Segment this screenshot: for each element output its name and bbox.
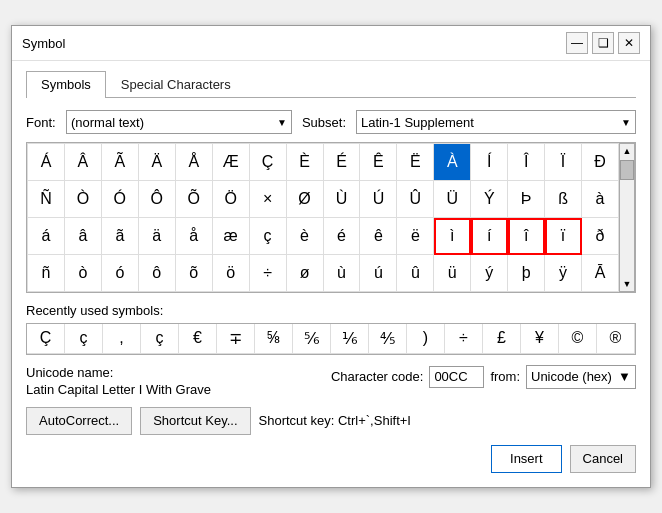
symbol-cell[interactable]: ã bbox=[102, 218, 139, 255]
close-button[interactable]: ✕ bbox=[618, 32, 640, 54]
symbol-cell[interactable]: ï bbox=[545, 218, 582, 255]
font-select[interactable]: (normal text) ▼ bbox=[66, 110, 292, 134]
symbol-cell[interactable]: ö bbox=[213, 255, 250, 292]
symbol-cell[interactable]: ä bbox=[139, 218, 176, 255]
symbol-cell[interactable]: å bbox=[176, 218, 213, 255]
symbol-cell[interactable]: ù bbox=[324, 255, 361, 292]
symbol-cell[interactable]: Î bbox=[508, 144, 545, 181]
from-label: from: bbox=[490, 369, 520, 384]
symbol-cell[interactable]: Â bbox=[65, 144, 102, 181]
symbol-cell[interactable]: õ bbox=[176, 255, 213, 292]
symbol-cell[interactable]: Ð bbox=[582, 144, 619, 181]
restore-button[interactable]: ❑ bbox=[592, 32, 614, 54]
minimize-button[interactable]: — bbox=[566, 32, 588, 54]
symbol-cell[interactable]: Ñ bbox=[28, 181, 65, 218]
symbol-cell[interactable]: Ø bbox=[287, 181, 324, 218]
symbol-cell[interactable]: Ö bbox=[213, 181, 250, 218]
symbol-cell[interactable]: ð bbox=[582, 218, 619, 255]
symbol-cell[interactable]: á bbox=[28, 218, 65, 255]
symbol-cell[interactable]: ê bbox=[360, 218, 397, 255]
symbol-cell[interactable]: Ý bbox=[471, 181, 508, 218]
symbol-cell[interactable]: Û bbox=[397, 181, 434, 218]
symbol-cell[interactable]: ÷ bbox=[250, 255, 287, 292]
recent-cell[interactable]: ¥ bbox=[521, 324, 559, 354]
symbol-cell[interactable]: Ó bbox=[102, 181, 139, 218]
symbol-cell[interactable]: È bbox=[287, 144, 324, 181]
tab-bar: Symbols Special Characters bbox=[26, 71, 636, 98]
symbol-cell[interactable]: Ï bbox=[545, 144, 582, 181]
autocorrect-button[interactable]: AutoCorrect... bbox=[26, 407, 132, 435]
recent-cell[interactable]: ® bbox=[597, 324, 635, 354]
symbol-cell[interactable]: Ú bbox=[360, 181, 397, 218]
symbol-cell[interactable]: é bbox=[324, 218, 361, 255]
symbol-cell[interactable]: Ā bbox=[582, 255, 619, 292]
symbol-cell[interactable]: Ù bbox=[324, 181, 361, 218]
symbol-cell[interactable]: ò bbox=[65, 255, 102, 292]
symbol-cell[interactable]: â bbox=[65, 218, 102, 255]
subset-select[interactable]: Latin-1 Supplement ▼ bbox=[356, 110, 636, 134]
symbol-cell[interactable]: Ò bbox=[65, 181, 102, 218]
symbol-cell[interactable]: è bbox=[287, 218, 324, 255]
recent-cell[interactable]: ⅙ bbox=[331, 324, 369, 354]
recent-cell[interactable]: ç bbox=[141, 324, 179, 354]
symbol-cell[interactable]: ÿ bbox=[545, 255, 582, 292]
recent-cell[interactable]: ⅘ bbox=[369, 324, 407, 354]
recent-cell[interactable]: © bbox=[559, 324, 597, 354]
scroll-down-button[interactable]: ▼ bbox=[621, 277, 634, 291]
symbol-cell[interactable]: à bbox=[582, 181, 619, 218]
font-value: (normal text) bbox=[71, 115, 144, 130]
symbol-cell[interactable]: Þ bbox=[508, 181, 545, 218]
insert-button[interactable]: Insert bbox=[491, 445, 562, 473]
symbol-cell[interactable]: ñ bbox=[28, 255, 65, 292]
symbol-cell[interactable]: ó bbox=[102, 255, 139, 292]
shortcut-key-button[interactable]: Shortcut Key... bbox=[140, 407, 250, 435]
recent-cell[interactable]: £ bbox=[483, 324, 521, 354]
symbol-cell[interactable]: Í bbox=[471, 144, 508, 181]
symbol-cell[interactable]: æ bbox=[213, 218, 250, 255]
symbol-cell[interactable]: Ë bbox=[397, 144, 434, 181]
symbol-cell[interactable]: Ã bbox=[102, 144, 139, 181]
scrollbar-thumb[interactable] bbox=[620, 160, 634, 180]
cancel-button[interactable]: Cancel bbox=[570, 445, 636, 473]
symbol-cell[interactable]: Á bbox=[28, 144, 65, 181]
recent-cell[interactable]: ç bbox=[65, 324, 103, 354]
symbol-cell[interactable]: Å bbox=[176, 144, 213, 181]
scroll-up-button[interactable]: ▲ bbox=[621, 144, 634, 158]
symbol-cell[interactable]: Æ bbox=[213, 144, 250, 181]
symbol-cell[interactable]: Ü bbox=[434, 181, 471, 218]
symbol-cell[interactable]: É bbox=[324, 144, 361, 181]
recent-cell[interactable]: ∓ bbox=[217, 324, 255, 354]
symbol-cell[interactable]: û bbox=[397, 255, 434, 292]
symbol-cell[interactable]: ø bbox=[287, 255, 324, 292]
symbol-cell[interactable]: ß bbox=[545, 181, 582, 218]
recent-cell[interactable]: Ç bbox=[27, 324, 65, 354]
recent-cell[interactable]: ) bbox=[407, 324, 445, 354]
symbol-cell[interactable]: ý bbox=[471, 255, 508, 292]
recent-cell[interactable]: ÷ bbox=[445, 324, 483, 354]
symbol-cell[interactable]: ç bbox=[250, 218, 287, 255]
recent-cell[interactable]: € bbox=[179, 324, 217, 354]
tab-symbols[interactable]: Symbols bbox=[26, 71, 106, 98]
symbol-cell[interactable]: ü bbox=[434, 255, 471, 292]
recent-cell[interactable]: ⅚ bbox=[293, 324, 331, 354]
symbol-cell[interactable]: ú bbox=[360, 255, 397, 292]
symbol-cell[interactable]: î bbox=[508, 218, 545, 255]
tab-special-characters[interactable]: Special Characters bbox=[106, 71, 246, 98]
recent-cell[interactable]: , bbox=[103, 324, 141, 354]
symbol-cell[interactable]: ô bbox=[139, 255, 176, 292]
symbol-cell[interactable]: À bbox=[434, 144, 471, 181]
symbol-cell[interactable]: ì bbox=[434, 218, 471, 255]
symbol-cell[interactable]: í bbox=[471, 218, 508, 255]
symbol-cell[interactable]: Ô bbox=[139, 181, 176, 218]
char-code-input[interactable] bbox=[429, 366, 484, 388]
from-select[interactable]: Unicode (hex) ▼ bbox=[526, 365, 636, 389]
recent-cell[interactable]: ⅝ bbox=[255, 324, 293, 354]
symbol-cell[interactable]: ë bbox=[397, 218, 434, 255]
symbol-cell[interactable]: Ç bbox=[250, 144, 287, 181]
symbol-cell[interactable]: Õ bbox=[176, 181, 213, 218]
symbol-cell[interactable]: Ä bbox=[139, 144, 176, 181]
subset-dropdown-arrow: ▼ bbox=[621, 117, 631, 128]
symbol-cell[interactable]: Ê bbox=[360, 144, 397, 181]
symbol-cell[interactable]: þ bbox=[508, 255, 545, 292]
symbol-cell[interactable]: × bbox=[250, 181, 287, 218]
